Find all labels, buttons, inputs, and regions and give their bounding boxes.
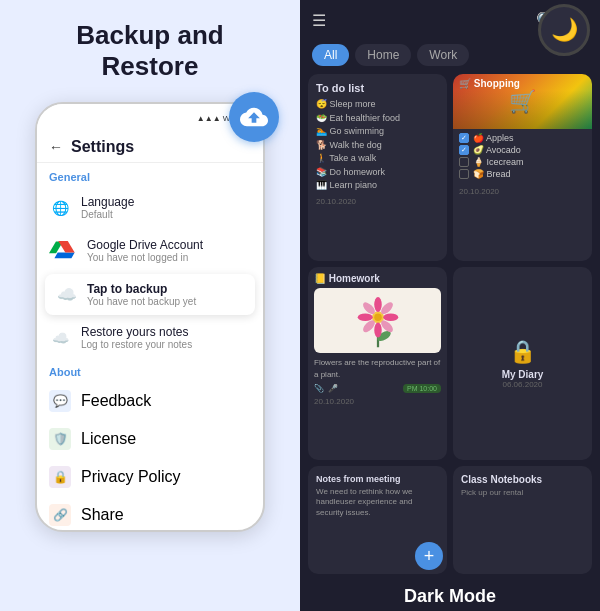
language-item: 🌐 Language Default (37, 187, 263, 228)
back-arrow-icon[interactable]: ← (49, 139, 63, 155)
homework-meta: 📎 🎤 PM 10:00 (314, 384, 441, 393)
tab-all[interactable]: All (312, 44, 349, 66)
svg-point-4 (374, 322, 382, 337)
phone-mockup: ▲▲▲ WiFi 🔋 ← Settings General 🌐 Language… (35, 102, 265, 532)
icecream-label: 🍦 Icecream (473, 157, 524, 167)
pm-time-badge: PM 10:00 (403, 384, 441, 393)
checkbox-icecream[interactable] (459, 157, 469, 167)
todo-date: 20.10.2020 (316, 197, 439, 206)
license-item[interactable]: 🛡️ License (37, 420, 263, 458)
feedback-label: Feedback (81, 392, 151, 410)
svg-point-11 (374, 313, 382, 321)
tap-backup-text: Tap to backup You have not backup yet (87, 282, 196, 307)
diary-card[interactable]: 🔒 My Diary 06.06.2020 (453, 267, 592, 459)
gdrive-sub: You have not logged in (87, 252, 203, 263)
checkbox-bread[interactable] (459, 169, 469, 179)
restore-text: Restore yours notes Log to restore your … (81, 325, 192, 350)
fab-add-button[interactable]: + (415, 542, 443, 570)
restore-icon: ☁️ (49, 327, 71, 349)
shopping-item-icecream: 🍦 Icecream (459, 157, 586, 167)
cloud-upload-icon (240, 103, 268, 131)
diary-title: My Diary (502, 369, 544, 380)
shopping-items-list: 🍎 Apples 🥑 Avocado 🍦 Icecream 🍞 Bread (453, 129, 592, 185)
tap-backup-label: Tap to backup (87, 282, 196, 296)
license-label: License (81, 430, 136, 448)
tab-home[interactable]: Home (355, 44, 411, 66)
todo-item-1: 😴 Sleep more (316, 98, 439, 112)
avocado-label: 🥑 Avocado (473, 145, 521, 155)
todo-item-2: 🥗 Eat healthier food (316, 112, 439, 126)
gdrive-icon (49, 236, 77, 264)
shopping-card[interactable]: 🛒 🛒 Shopping 🍎 Apples 🥑 Avocado 🍦 Icecre… (453, 74, 592, 261)
flower-image (314, 288, 441, 353)
dark-mode-label: Dark Mode (300, 578, 600, 611)
gdrive-text: Google Drive Account You have not logged… (87, 238, 203, 263)
settings-title: Settings (71, 138, 134, 156)
todo-item-4: 🐕 Walk the dog (316, 139, 439, 153)
shopping-item-apples: 🍎 Apples (459, 133, 586, 143)
share-label: Share (81, 506, 124, 524)
backup-title: Backup and Restore (76, 20, 223, 82)
todo-item-3: 🏊 Go swimming (316, 125, 439, 139)
restore-sub: Log to restore your notes (81, 339, 192, 350)
share-icon: 🔗 (49, 504, 71, 526)
shopping-item-bread: 🍞 Bread (459, 169, 586, 179)
tap-backup-sub: You have not backup yet (87, 296, 196, 307)
meeting-card[interactable]: Notes from meeting We need to rethink ho… (308, 466, 447, 574)
homework-desc: Flowers are the reproductive part of a p… (314, 357, 441, 379)
todo-item-5: 🚶 Take a walk (316, 152, 439, 166)
bread-label: 🍞 Bread (473, 169, 511, 179)
notebooks-card[interactable]: Class Notebooks Pick up our rental (453, 466, 592, 574)
language-icon: 🌐 (49, 197, 71, 219)
homework-card[interactable]: 📒 Homework (308, 267, 447, 459)
privacy-icon: 🔒 (49, 466, 71, 488)
diary-date: 06.06.2020 (502, 380, 542, 389)
homework-date: 20.10.2020 (314, 397, 441, 406)
meeting-text: We need to rethink how we handleuser exp… (316, 487, 439, 518)
flower-svg (348, 291, 408, 351)
privacy-label: Privacy Policy (81, 468, 181, 486)
moon-icon: 🌙 (551, 17, 578, 43)
dark-mode-toggle[interactable]: 🌙 (538, 4, 590, 56)
meeting-title: Notes from meeting (316, 474, 439, 484)
apples-label: 🍎 Apples (473, 133, 514, 143)
language-sub: Default (81, 209, 134, 220)
shopping-title: 🛒 Shopping (459, 78, 520, 89)
app-top-bar: ☰ 🔍 ⋮ 🌙 (300, 0, 600, 40)
backup-icon: ☁️ (57, 285, 77, 304)
cloud-upload-badge (229, 92, 279, 142)
share-item[interactable]: 🔗 Share (37, 496, 263, 532)
privacy-item[interactable]: 🔒 Privacy Policy (37, 458, 263, 496)
feedback-item[interactable]: 💬 Feedback (37, 382, 263, 420)
homework-title: 📒 Homework (314, 273, 441, 284)
feedback-icon: 💬 (49, 390, 71, 412)
left-panel: Backup and Restore ▲▲▲ WiFi 🔋 ← Settings… (0, 0, 300, 611)
license-icon: 🛡️ (49, 428, 71, 450)
settings-header: ← Settings (37, 132, 263, 163)
gdrive-item: Google Drive Account You have not logged… (37, 228, 263, 272)
todo-item-7: 🎹 Learn piano (316, 179, 439, 193)
notebooks-title: Class Notebooks (461, 474, 584, 485)
todo-item-6: 📚 Do homework (316, 166, 439, 180)
todo-title: To do list (316, 82, 439, 94)
todo-card[interactable]: To do list 😴 Sleep more 🥗 Eat healthier … (308, 74, 447, 261)
diary-lock-icon: 🔒 (509, 339, 536, 365)
notebooks-sub: Pick up our rental (461, 488, 584, 497)
svg-point-3 (374, 297, 382, 312)
restore-item[interactable]: ☁️ Restore yours notes Log to restore yo… (37, 317, 263, 358)
tap-backup-box[interactable]: ☁️ Tap to backup You have not backup yet (45, 274, 255, 315)
checkbox-apples[interactable] (459, 133, 469, 143)
language-text: Language Default (81, 195, 134, 220)
shopping-item-avocado: 🥑 Avocado (459, 145, 586, 155)
tab-work[interactable]: Work (417, 44, 469, 66)
svg-point-6 (383, 313, 398, 321)
mic-icon: 🎤 (328, 384, 338, 393)
restore-label: Restore yours notes (81, 325, 192, 339)
checkbox-avocado[interactable] (459, 145, 469, 155)
hamburger-icon[interactable]: ☰ (312, 11, 326, 30)
title-line1: Backup and (76, 20, 223, 50)
title-line2: Restore (102, 51, 199, 81)
gdrive-label: Google Drive Account (87, 238, 203, 252)
shopping-image: 🛒 🛒 Shopping (453, 74, 592, 129)
language-label: Language (81, 195, 134, 209)
